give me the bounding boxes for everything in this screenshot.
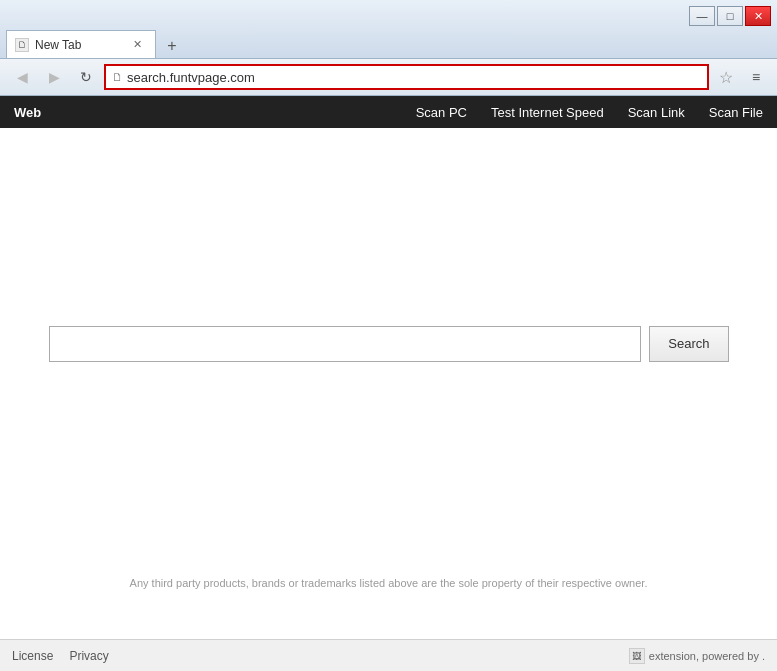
close-button[interactable]: ✕ [745,6,771,26]
forward-button[interactable]: ▶ [40,64,68,90]
toolbar-scan-pc[interactable]: Scan PC [414,101,469,124]
page-icon: 🗋 [112,71,123,83]
footer-links: License Privacy [12,649,109,663]
address-input[interactable] [127,70,701,85]
tab-close-button[interactable]: ✕ [129,37,145,53]
disclaimer-text: Any third party products, brands or trad… [0,577,777,589]
toolbar-web[interactable]: Web [12,101,43,124]
toolbar-scan-file[interactable]: Scan File [707,101,765,124]
privacy-link[interactable]: Privacy [69,649,108,663]
search-area: Search [49,326,729,362]
toolbar-test-speed[interactable]: Test Internet Speed [489,101,606,124]
address-bar[interactable]: 🗋 [104,64,709,90]
extension-text: extension, powered by . [649,650,765,662]
refresh-button[interactable]: ↻ [72,64,100,90]
tab-favicon: 🗋 [15,38,29,52]
title-bar: — □ ✕ [6,6,771,26]
bookmark-button[interactable]: ☆ [713,64,739,90]
extension-icon: 🖼 [629,648,645,664]
new-tab-button[interactable]: + [158,34,186,58]
toolbar: Web Scan PC Test Internet Speed Scan Lin… [0,96,777,128]
toolbar-scan-link[interactable]: Scan Link [626,101,687,124]
nav-bar: ◀ ▶ ↻ 🗋 ☆ ≡ [0,59,777,96]
footer-extension: 🖼 extension, powered by . [629,648,765,664]
tab-title: New Tab [35,38,81,52]
window-chrome: — □ ✕ 🗋 New Tab ✕ + [0,0,777,59]
search-input[interactable] [49,326,642,362]
maximize-button[interactable]: □ [717,6,743,26]
tab-bar: 🗋 New Tab ✕ + [6,30,771,58]
menu-button[interactable]: ≡ [743,64,769,90]
main-content: Search Any third party products, brands … [0,128,777,639]
back-button[interactable]: ◀ [8,64,36,90]
footer-bar: License Privacy 🖼 extension, powered by … [0,639,777,671]
window-controls: — □ ✕ [689,6,771,26]
license-link[interactable]: License [12,649,53,663]
search-button[interactable]: Search [649,326,728,362]
active-tab[interactable]: 🗋 New Tab ✕ [6,30,156,58]
minimize-button[interactable]: — [689,6,715,26]
